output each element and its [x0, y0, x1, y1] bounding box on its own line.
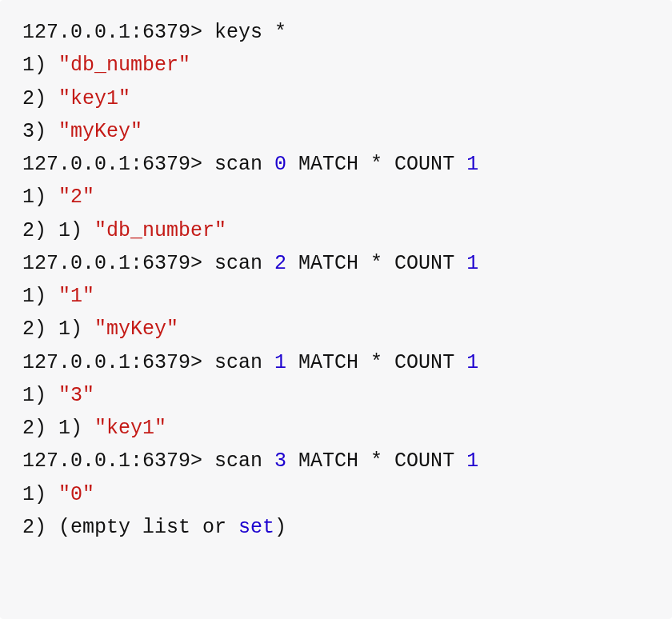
prompt: 127.0.0.1:6379>: [22, 449, 202, 473]
list-index: 1): [22, 285, 46, 308]
prompt: 127.0.0.1:6379>: [22, 21, 202, 44]
cmd-line-scan3: 127.0.0.1:6379> scan 3 MATCH * COUNT 1: [22, 445, 650, 477]
list-index: 2): [22, 417, 46, 440]
string-value: "myKey": [58, 120, 142, 143]
string-value: "3": [58, 384, 94, 407]
command-text: keys *: [214, 21, 286, 44]
command-text: scan: [214, 351, 274, 374]
string-value: "db_number": [58, 54, 190, 77]
number-literal: 1: [466, 449, 478, 473]
number-literal: 1: [466, 351, 478, 374]
number-literal: 1: [466, 153, 478, 176]
string-value: "key1": [58, 87, 130, 110]
output-line: 2) (empty list or set): [22, 511, 650, 544]
prompt: 127.0.0.1:6379>: [22, 351, 202, 374]
cmd-line-scan0: 127.0.0.1:6379> scan 0 MATCH * COUNT 1: [22, 148, 650, 181]
string-value: "key1": [94, 417, 166, 440]
prompt: 127.0.0.1:6379>: [22, 153, 202, 176]
command-text: MATCH * COUNT: [286, 449, 466, 473]
output-line: 1) "0": [22, 478, 650, 511]
output-line: 2) 1) "db_number": [22, 214, 650, 247]
empty-text: (empty list or: [58, 516, 238, 539]
string-value: "db_number": [94, 219, 226, 242]
list-index: 2): [22, 516, 46, 539]
list-index: 1): [58, 417, 82, 440]
output-line: 1) "2": [22, 181, 650, 214]
output-line: 2) "key1": [22, 82, 650, 115]
list-index: 2): [22, 87, 46, 110]
command-text: scan: [214, 252, 274, 275]
number-literal: 3: [274, 449, 286, 473]
output-line: 3) "myKey": [22, 115, 650, 148]
list-index: 1): [58, 219, 82, 242]
prompt: 127.0.0.1:6379>: [22, 252, 202, 275]
cmd-line-scan1: 127.0.0.1:6379> scan 1 MATCH * COUNT 1: [22, 346, 650, 379]
number-literal: 0: [274, 153, 286, 176]
command-text: scan: [214, 153, 274, 176]
code-block: 127.0.0.1:6379> keys *1) "db_number"2) "…: [0, 0, 672, 619]
keyword-set: set: [238, 516, 274, 539]
cmd-line-scan2: 127.0.0.1:6379> scan 2 MATCH * COUNT 1: [22, 247, 650, 280]
output-line: 2) 1) "key1": [22, 412, 650, 445]
string-value: "2": [58, 186, 94, 209]
list-index: 1): [22, 483, 46, 506]
command-text: MATCH * COUNT: [286, 351, 466, 374]
list-index: 2): [22, 317, 46, 341]
list-index: 1): [58, 317, 82, 341]
list-index: 3): [22, 120, 46, 143]
list-index: 2): [22, 219, 46, 242]
command-text: MATCH * COUNT: [286, 153, 466, 176]
list-index: 1): [22, 186, 46, 209]
list-index: 1): [22, 384, 46, 407]
cmd-line-keys: 127.0.0.1:6379> keys *: [22, 16, 650, 49]
string-value: "0": [58, 483, 94, 506]
output-line: 2) 1) "myKey": [22, 313, 650, 345]
number-literal: 1: [274, 351, 286, 374]
list-index: 1): [22, 54, 46, 77]
command-text: MATCH * COUNT: [286, 252, 466, 275]
number-literal: 2: [274, 252, 286, 275]
output-line: 1) "1": [22, 280, 650, 313]
string-value: "myKey": [94, 317, 178, 341]
command-text: scan: [214, 449, 274, 473]
string-value: "1": [58, 285, 94, 308]
number-literal: 1: [466, 252, 478, 275]
output-line: 1) "3": [22, 379, 650, 412]
output-line: 1) "db_number": [22, 49, 650, 82]
empty-text: ): [274, 516, 286, 539]
